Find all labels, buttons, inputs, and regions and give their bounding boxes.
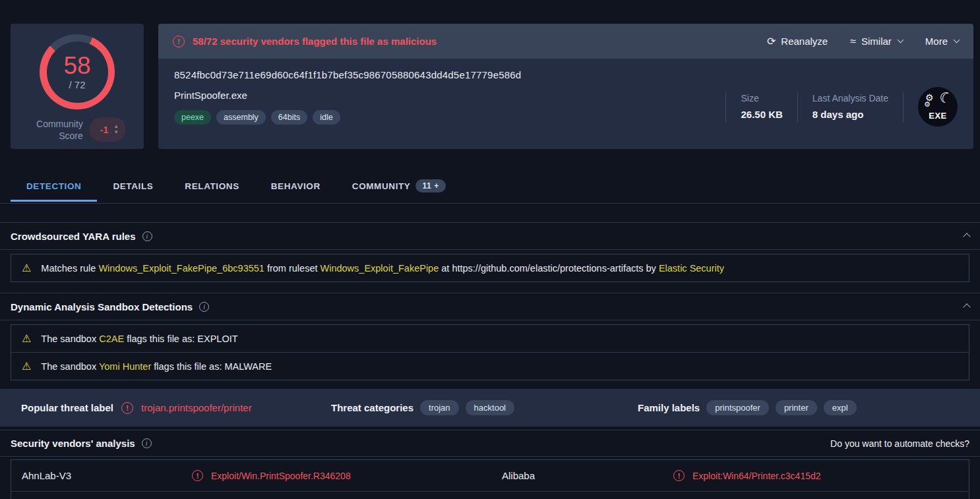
family-labels-title: Family labels bbox=[638, 402, 700, 413]
file-meta: Size 26.50 KB Last Analysis Date 8 days … bbox=[725, 73, 958, 140]
score-card: 58 / 72 Community Score -1 ▲ ▼ bbox=[11, 24, 144, 149]
file-name[interactable]: PrintSpoofer.exe bbox=[174, 90, 725, 101]
vendors-section-title: Security vendors' analysis bbox=[11, 438, 135, 449]
vendor-detection: Exploit/Win.PrintSpoofer.R346208 bbox=[211, 471, 351, 481]
yara-rule-link[interactable]: Windows_Exploit_FakePipe_6bc93551 bbox=[98, 263, 264, 274]
info-icon[interactable]: i bbox=[199, 302, 209, 312]
gear-icon: ⚙ bbox=[924, 100, 931, 109]
score-value: 58 bbox=[63, 54, 90, 78]
chevron-up-icon bbox=[963, 233, 970, 240]
file-type-label: EXE bbox=[918, 111, 958, 121]
vote-down-icon[interactable]: ▼ bbox=[113, 130, 119, 135]
collapse-yara-button[interactable] bbox=[964, 230, 969, 242]
size-label: Size bbox=[741, 93, 782, 103]
detection-score-donut: 58 / 72 bbox=[40, 34, 115, 109]
size-value: 26.50 KB bbox=[741, 109, 782, 120]
chevron-down-icon bbox=[897, 37, 903, 44]
family-label-printer[interactable]: printer bbox=[776, 400, 817, 415]
tag-assembly[interactable]: assembly bbox=[216, 110, 266, 125]
family-label-printspoofer[interactable]: printspoofer bbox=[706, 400, 769, 415]
sandbox-detections-box: ⚠ The sandbox C2AE flags this file as: E… bbox=[11, 324, 969, 380]
tab-details[interactable]: DETAILS bbox=[97, 172, 169, 202]
popular-threat-label-value: trojan.printspoofer/printer bbox=[141, 402, 252, 413]
banner-alert-text: 58/72 security vendors flagged this file… bbox=[193, 36, 437, 47]
sandbox-section-title: Dynamic Analysis Sandbox Detections bbox=[11, 301, 193, 312]
alert-circle-icon: ! bbox=[673, 470, 685, 481]
yara-rules-box: ⚠ Matches rule Windows_Exploit_FakePipe_… bbox=[11, 254, 969, 282]
table-row: AliCloud ! HackTool:Win/Agent.PC ALYac !… bbox=[11, 492, 969, 499]
tab-community[interactable]: COMMUNITY 11 + bbox=[336, 170, 462, 203]
tab-bar: DETECTION DETAILS RELATIONS BEHAVIOR COM… bbox=[0, 170, 980, 204]
alert-circle-icon: ! bbox=[192, 470, 203, 481]
tab-behavior[interactable]: BEHAVIOR bbox=[255, 172, 336, 202]
chevron-down-icon bbox=[954, 37, 960, 44]
community-score-stepper[interactable]: -1 ▲ ▼ bbox=[90, 117, 125, 142]
family-label-expl[interactable]: expl bbox=[824, 400, 857, 415]
last-analysis-date-value: 8 days ago bbox=[812, 109, 888, 120]
collapse-sandbox-button[interactable] bbox=[964, 301, 969, 312]
info-icon[interactable]: i bbox=[142, 231, 152, 241]
alert-circle-icon: ! bbox=[173, 36, 185, 47]
sandbox-name-link[interactable]: C2AE bbox=[99, 334, 124, 344]
community-count-badge: 11 + bbox=[415, 179, 445, 192]
file-hash[interactable]: 8524fbc0d73e711e69d60c64f1f1b7bef35c9867… bbox=[174, 69, 725, 80]
virustotal-page: 58 / 72 Community Score -1 ▲ ▼ ! 58/72 s… bbox=[0, 0, 980, 499]
popular-threat-strip: Popular threat label ! trojan.printspoof… bbox=[0, 389, 980, 426]
moon-icon: ☾ bbox=[936, 88, 954, 108]
tab-detection[interactable]: DETECTION bbox=[11, 172, 97, 202]
exe-file-type-icon: ⚙ ⚙ ☾ EXE bbox=[918, 87, 958, 127]
yara-section-header: Crowdsourced YARA rules i bbox=[0, 222, 980, 250]
vendors-section-header: Security vendors' analysis i Do you want… bbox=[0, 430, 980, 457]
file-tags: peexe assembly 64bits idle bbox=[174, 110, 725, 125]
tag-peexe[interactable]: peexe bbox=[174, 110, 211, 125]
threat-categories-title: Threat categories bbox=[331, 402, 413, 413]
table-row: AhnLab-V3 ! Exploit/Win.PrintSpoofer.R34… bbox=[11, 460, 969, 492]
alert-circle-icon: ! bbox=[121, 402, 133, 414]
vendor-name: AhnLab-V3 bbox=[22, 470, 192, 481]
threat-category-hacktool[interactable]: hacktool bbox=[466, 400, 514, 415]
threat-category-trojan[interactable]: trojan bbox=[420, 400, 459, 415]
file-summary-card: ! 58/72 security vendors flagged this fi… bbox=[158, 24, 973, 149]
last-analysis-date-label: Last Analysis Date bbox=[812, 93, 888, 103]
vendor-name: Alibaba bbox=[502, 470, 673, 481]
sandbox-section-header: Dynamic Analysis Sandbox Detections i bbox=[0, 293, 980, 320]
yara-ruleset-link[interactable]: Windows_Exploit_FakePipe bbox=[321, 263, 439, 274]
sandbox-row: ⚠ The sandbox Yomi Hunter flags this fil… bbox=[11, 353, 969, 380]
info-icon[interactable]: i bbox=[142, 438, 152, 448]
tab-relations[interactable]: RELATIONS bbox=[169, 172, 255, 202]
score-total: / 72 bbox=[69, 79, 85, 90]
vendor-detection: Exploit:Win64/Printer.c3c415d2 bbox=[692, 471, 821, 481]
similar-icon: ≈ bbox=[850, 36, 856, 47]
sandbox-name-link[interactable]: Yomi Hunter bbox=[99, 361, 151, 372]
vendors-table: AhnLab-V3 ! Exploit/Win.PrintSpoofer.R34… bbox=[11, 459, 969, 499]
automate-checks-link[interactable]: Do you want to automate checks? bbox=[830, 438, 969, 449]
similar-button[interactable]: ≈ Similar bbox=[850, 36, 903, 47]
popular-threat-label-title: Popular threat label bbox=[21, 402, 113, 413]
warning-triangle-icon: ⚠ bbox=[22, 332, 31, 345]
reanalyze-button[interactable]: ⟳ Reanalyze bbox=[767, 35, 828, 47]
vote-up-icon[interactable]: ▲ bbox=[113, 124, 119, 129]
tag-idle[interactable]: idle bbox=[313, 110, 340, 125]
yara-rule-row: ⚠ Matches rule Windows_Exploit_FakePipe_… bbox=[11, 254, 969, 281]
malicious-banner: ! 58/72 security vendors flagged this fi… bbox=[158, 24, 973, 59]
community-score-label: Community Score bbox=[29, 118, 83, 142]
yara-author-link[interactable]: Elastic Security bbox=[659, 263, 724, 274]
more-button[interactable]: More bbox=[925, 36, 959, 47]
warning-triangle-icon: ⚠ bbox=[22, 360, 31, 372]
community-score-value: -1 bbox=[100, 125, 108, 135]
warning-triangle-icon: ⚠ bbox=[22, 262, 31, 274]
yara-section-title: Crowdsourced YARA rules bbox=[11, 231, 136, 242]
reanalyze-icon: ⟳ bbox=[767, 35, 776, 47]
chevron-up-icon bbox=[963, 303, 970, 310]
header: 58 / 72 Community Score -1 ▲ ▼ ! 58/72 s… bbox=[0, 0, 980, 149]
tag-64bits[interactable]: 64bits bbox=[271, 110, 307, 125]
sandbox-row: ⚠ The sandbox C2AE flags this file as: E… bbox=[11, 325, 969, 353]
